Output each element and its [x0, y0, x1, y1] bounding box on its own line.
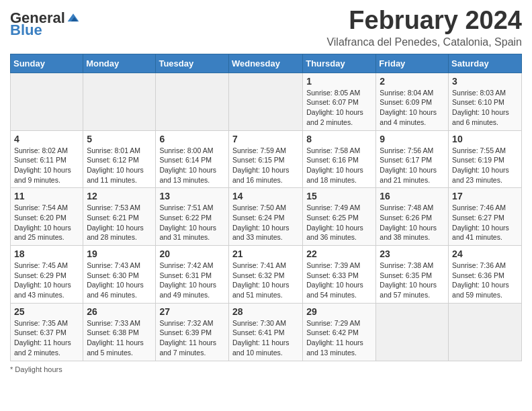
calendar-table: SundayMondayTuesdayWednesdayThursdayFrid…	[10, 54, 522, 361]
footer-note: * Daylight hours	[10, 365, 522, 373]
day-info-line: Sunrise: 7:59 AM	[232, 146, 299, 156]
calendar-header: SundayMondayTuesdayWednesdayThursdayFrid…	[11, 54, 522, 73]
calendar-cell: 4Sunrise: 8:02 AMSunset: 6:11 PMDaylight…	[11, 130, 83, 188]
day-info-line: Sunrise: 8:02 AM	[14, 146, 79, 156]
day-info-line: Sunset: 6:26 PM	[380, 213, 445, 223]
day-number: 20	[159, 248, 225, 259]
day-info-line: Sunrise: 8:01 AM	[87, 146, 152, 156]
day-info-line: Sunrise: 7:49 AM	[306, 203, 372, 213]
day-info-line: Daylight: 10 hours	[452, 165, 518, 175]
day-info-line: Sunrise: 7:51 AM	[159, 203, 225, 213]
day-info-line: and 9 minutes.	[14, 175, 79, 185]
calendar-cell: 13Sunrise: 7:51 AMSunset: 6:22 PMDayligh…	[156, 188, 229, 246]
day-info-line: Daylight: 11 hours	[159, 338, 225, 348]
calendar-cell: 22Sunrise: 7:39 AMSunset: 6:33 PMDayligh…	[303, 246, 376, 304]
day-number: 28	[232, 306, 299, 317]
calendar-cell: 18Sunrise: 7:45 AMSunset: 6:29 PMDayligh…	[11, 246, 83, 304]
day-info-line: and 57 minutes.	[380, 290, 445, 300]
day-info-line: Sunrise: 7:53 AM	[87, 203, 152, 213]
day-info-line: and 11 minutes.	[87, 175, 152, 185]
day-info-line: and 46 minutes.	[87, 290, 152, 300]
day-info-line: and 18 minutes.	[306, 175, 372, 185]
day-info-line: and 4 minutes.	[380, 118, 445, 128]
calendar-cell: 12Sunrise: 7:53 AMSunset: 6:21 PMDayligh…	[83, 188, 156, 246]
day-info-line: Sunset: 6:16 PM	[306, 155, 372, 165]
day-info-line: Sunset: 6:09 PM	[380, 97, 445, 107]
day-info-line: Sunset: 6:42 PM	[306, 328, 372, 338]
calendar-cell	[83, 73, 156, 130]
day-info-line: Daylight: 10 hours	[452, 223, 518, 233]
weekday-header: Monday	[83, 54, 156, 73]
day-info-line: Sunrise: 8:03 AM	[452, 88, 518, 98]
day-info-line: and 51 minutes.	[232, 290, 299, 300]
day-info-line: Sunset: 6:22 PM	[159, 213, 225, 223]
calendar-cell: 24Sunrise: 7:36 AMSunset: 6:36 PMDayligh…	[449, 246, 522, 304]
day-number: 17	[452, 191, 518, 201]
day-info-line: Daylight: 10 hours	[87, 280, 152, 290]
day-info-line: and 28 minutes.	[87, 232, 152, 242]
day-info-line: Daylight: 10 hours	[87, 165, 152, 175]
day-info-line: Daylight: 11 hours	[306, 338, 372, 348]
logo: General Blue	[10, 7, 80, 39]
day-info-line: Sunrise: 7:39 AM	[306, 261, 372, 271]
logo-icon	[66, 11, 80, 25]
day-info-line: Daylight: 10 hours	[380, 280, 445, 290]
day-number: 7	[232, 134, 299, 144]
day-number: 15	[306, 191, 372, 201]
day-info-line: Sunset: 6:10 PM	[452, 97, 518, 107]
calendar-week-row: 11Sunrise: 7:54 AMSunset: 6:20 PMDayligh…	[11, 188, 522, 246]
day-info-line: Daylight: 10 hours	[232, 165, 299, 175]
calendar-body: 1Sunrise: 8:05 AMSunset: 6:07 PMDaylight…	[11, 73, 522, 361]
calendar-week-row: 4Sunrise: 8:02 AMSunset: 6:11 PMDaylight…	[11, 130, 522, 188]
day-info-line: Sunset: 6:31 PM	[159, 271, 225, 281]
calendar-cell: 20Sunrise: 7:42 AMSunset: 6:31 PMDayligh…	[156, 246, 229, 304]
day-info-line: and 36 minutes.	[306, 232, 372, 242]
day-info-line: and 6 minutes.	[452, 118, 518, 128]
day-info-line: Sunrise: 8:00 AM	[159, 146, 225, 156]
calendar-cell: 2Sunrise: 8:04 AMSunset: 6:09 PMDaylight…	[376, 73, 449, 130]
day-info-line: Daylight: 10 hours	[452, 107, 518, 118]
day-info-line: and 33 minutes.	[232, 232, 299, 242]
day-info-line: Daylight: 10 hours	[452, 280, 518, 290]
day-info-line: Sunset: 6:11 PM	[14, 155, 79, 165]
daylight-hours-label: Daylight hours	[15, 365, 62, 373]
day-number: 2	[380, 76, 445, 87]
calendar-cell: 21Sunrise: 7:41 AMSunset: 6:32 PMDayligh…	[228, 246, 302, 304]
day-info-line: Sunrise: 7:32 AM	[159, 318, 225, 328]
day-info-line: and 25 minutes.	[14, 232, 79, 242]
day-info-line: Daylight: 11 hours	[87, 338, 152, 348]
day-number: 16	[380, 191, 445, 201]
day-number: 10	[452, 134, 518, 144]
calendar-cell: 8Sunrise: 7:58 AMSunset: 6:16 PMDaylight…	[303, 130, 376, 188]
day-info-line: Daylight: 10 hours	[14, 165, 79, 175]
day-info-line: Sunset: 6:35 PM	[380, 271, 445, 281]
day-number: 13	[159, 191, 225, 201]
day-number: 9	[380, 134, 445, 144]
day-info-line: Daylight: 10 hours	[306, 223, 372, 233]
day-number: 8	[306, 134, 372, 144]
day-info-line: Daylight: 10 hours	[232, 223, 299, 233]
calendar-cell	[376, 303, 449, 361]
day-info-line: Sunset: 6:21 PM	[87, 213, 152, 223]
calendar-cell: 19Sunrise: 7:43 AMSunset: 6:30 PMDayligh…	[83, 246, 156, 304]
day-info-line: Daylight: 10 hours	[159, 280, 225, 290]
title-area: February 2024 Vilafranca del Penedes, Ca…	[326, 7, 522, 48]
subtitle: Vilafranca del Penedes, Catalonia, Spain	[326, 36, 522, 48]
day-info-line: Daylight: 10 hours	[14, 223, 79, 233]
day-info-line: Sunrise: 7:45 AM	[14, 261, 79, 271]
day-info-line: Daylight: 10 hours	[159, 223, 225, 233]
day-info-line: Daylight: 10 hours	[87, 223, 152, 233]
day-number: 26	[87, 306, 152, 317]
day-number: 11	[14, 191, 79, 201]
day-info-line: Sunset: 6:38 PM	[87, 328, 152, 338]
day-number: 5	[87, 134, 152, 144]
calendar-cell: 9Sunrise: 7:56 AMSunset: 6:17 PMDaylight…	[376, 130, 449, 188]
day-info-line: Sunset: 6:29 PM	[14, 271, 79, 281]
day-info-line: Sunrise: 7:36 AM	[452, 261, 518, 271]
calendar-cell: 17Sunrise: 7:46 AMSunset: 6:27 PMDayligh…	[449, 188, 522, 246]
day-info-line: Daylight: 11 hours	[232, 338, 299, 348]
day-info-line: Daylight: 10 hours	[14, 280, 79, 290]
weekday-header: Thursday	[303, 54, 376, 73]
day-info-line: and 49 minutes.	[159, 290, 225, 300]
logo-blue-text: Blue	[10, 21, 42, 39]
